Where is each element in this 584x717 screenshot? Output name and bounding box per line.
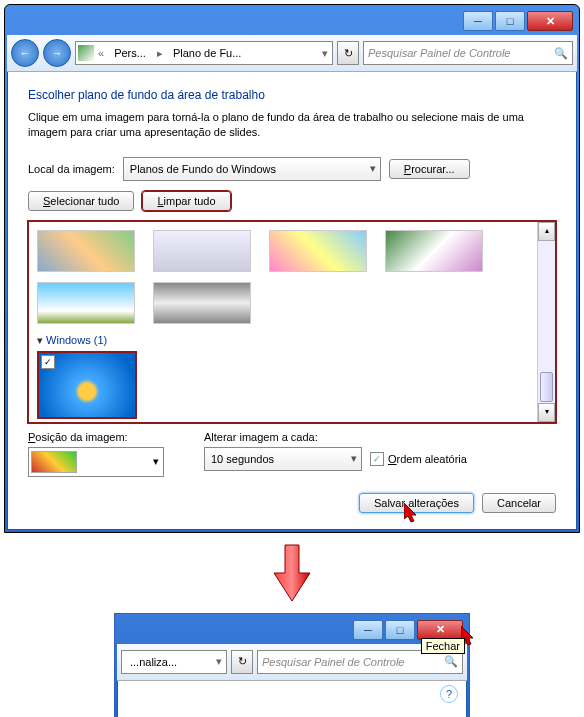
location-icon <box>78 45 94 61</box>
cancel-button[interactable]: Cancelar <box>482 493 556 513</box>
arrow-down-icon <box>272 543 312 603</box>
titlebar: ─ □ ✕ <box>7 7 577 35</box>
address-bar[interactable]: ...naliza... ▾ <box>121 650 227 674</box>
checkbox-icon: ✓ <box>370 452 384 466</box>
search-placeholder: Pesquisar Painel de Controle <box>368 47 510 59</box>
content-area: Escolher plano de fundo da área de traba… <box>7 72 577 530</box>
close-tooltip: Fechar <box>421 638 465 654</box>
svg-marker-1 <box>274 545 310 601</box>
page-description: Clique em uma imagem para torná-la o pla… <box>28 110 556 141</box>
scroll-thumb[interactable] <box>540 372 553 402</box>
scrollbar[interactable]: ▴ ▾ <box>537 222 555 422</box>
browse-button[interactable]: Procurar... <box>389 159 470 179</box>
search-placeholder: Pesquisar Painel de Controle <box>262 656 404 668</box>
breadcrumb-sep: « <box>96 47 106 59</box>
close-button[interactable]: ✕ <box>417 620 463 640</box>
position-combo[interactable] <box>28 447 164 477</box>
nav-bar: ← → « Pers... ▸ Plano de Fu... ▾ ↻ Pesqu… <box>7 35 577 72</box>
position-label: Posição da imagem: <box>28 431 164 443</box>
content-area: ? <box>117 681 467 717</box>
clear-all-button[interactable]: Limpar tudo <box>142 191 230 211</box>
refresh-button[interactable]: ↻ <box>337 41 359 65</box>
control-panel-window: ─ □ ✕ ← → « Pers... ▸ Plano de Fu... ▾ ↻… <box>4 4 580 533</box>
select-all-button[interactable]: Selecionar tudo <box>28 191 134 211</box>
group-header[interactable]: Windows (1) <box>37 334 535 347</box>
address-bar[interactable]: « Pers... ▸ Plano de Fu... ▾ <box>75 41 333 65</box>
titlebar: ─ □ ✕ <box>117 616 467 644</box>
search-icon: 🔍 <box>554 47 568 60</box>
personalization-window: ─ □ ✕ Fechar ...naliza... ▾ ↻ Pesquisar … <box>114 613 470 717</box>
breadcrumb-1[interactable]: ...naliza... <box>124 656 184 668</box>
maximize-button[interactable]: □ <box>385 620 415 640</box>
maximize-button[interactable]: □ <box>495 11 525 31</box>
thumbnail[interactable] <box>385 230 483 272</box>
back-button[interactable]: ← <box>11 39 39 67</box>
dropdown-icon[interactable]: ▾ <box>320 47 330 60</box>
wallpaper-gallery: Windows (1) ▴ ▾ <box>28 221 556 423</box>
thumbnail[interactable] <box>153 230 251 272</box>
scroll-down-icon[interactable]: ▾ <box>538 403 555 422</box>
page-title: Escolher plano de fundo da área de traba… <box>28 88 556 102</box>
nav-bar: ...naliza... ▾ ↻ Pesquisar Painel de Con… <box>117 644 467 681</box>
chevron-right-icon: ▸ <box>155 47 165 60</box>
position-thumb-icon <box>31 451 77 473</box>
svg-marker-0 <box>404 503 416 522</box>
thumbnail[interactable] <box>37 230 135 272</box>
forward-button[interactable]: → <box>43 39 71 67</box>
thumbnail[interactable] <box>269 230 367 272</box>
refresh-button[interactable]: ↻ <box>231 650 253 674</box>
thumbnail[interactable] <box>37 282 135 324</box>
scroll-up-icon[interactable]: ▴ <box>538 222 555 241</box>
minimize-button[interactable]: ─ <box>463 11 493 31</box>
interval-combo[interactable]: 10 segundos <box>204 447 362 471</box>
location-label: Local da imagem: <box>28 163 115 175</box>
close-button[interactable]: ✕ <box>527 11 573 31</box>
shuffle-checkbox[interactable]: ✓ Ordem aleatória <box>370 452 467 466</box>
thumbnail-selected[interactable] <box>37 351 137 419</box>
help-icon[interactable]: ? <box>440 685 458 703</box>
search-input[interactable]: Pesquisar Painel de Controle 🔍 <box>363 41 573 65</box>
location-combo[interactable]: Planos de Fundo do Windows <box>123 157 381 181</box>
interval-label: Alterar imagem a cada: <box>204 431 467 443</box>
thumbnail[interactable] <box>153 282 251 324</box>
dropdown-icon[interactable]: ▾ <box>214 655 224 668</box>
breadcrumb-2[interactable]: Plano de Fu... <box>167 47 249 59</box>
minimize-button[interactable]: ─ <box>353 620 383 640</box>
breadcrumb-1[interactable]: Pers... <box>108 47 153 59</box>
search-icon: 🔍 <box>444 655 458 668</box>
